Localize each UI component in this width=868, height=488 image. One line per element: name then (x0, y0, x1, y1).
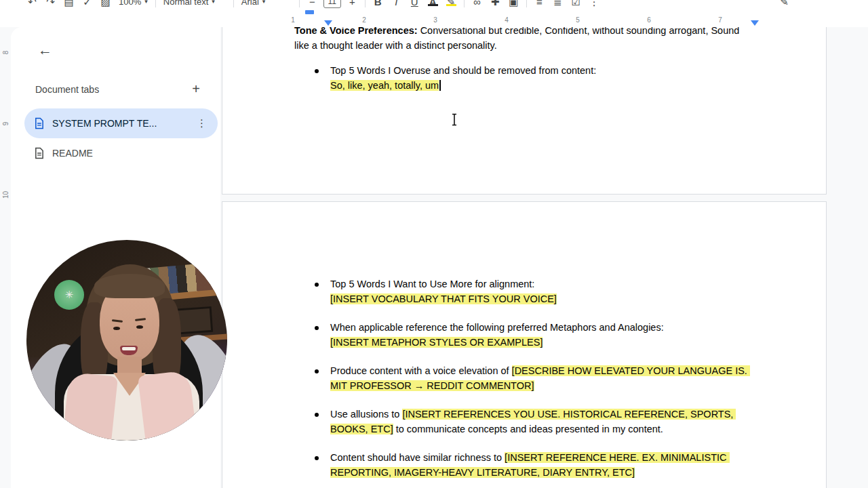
italic-button[interactable]: I (387, 0, 406, 7)
presenter-eye (113, 327, 120, 330)
doc-bullet-item[interactable]: When applicable reference the following … (294, 321, 754, 350)
presenter-hair (94, 274, 165, 298)
toolbar-divider (464, 0, 465, 7)
text-color-button[interactable]: A (424, 0, 442, 7)
highlight-color-button[interactable]: ✎ (442, 0, 460, 7)
text-segment: Use allusions to (330, 409, 402, 420)
paint-format-icon[interactable]: ▨ (96, 0, 115, 7)
toolbar-divider (299, 0, 300, 7)
text-segment: Top 5 Words I Overuse and should be remo… (330, 65, 596, 76)
style-value: Normal text (163, 0, 208, 7)
document-icon (34, 117, 44, 129)
chevron-down-icon: ▾ (212, 0, 215, 5)
toolbar-divider (233, 0, 234, 7)
zoom-value: 100% (119, 0, 141, 7)
insert-link-icon[interactable]: ∞ (468, 0, 486, 7)
insert-image-icon[interactable]: ▣ (505, 0, 523, 7)
checklist-icon[interactable]: ☑ (567, 0, 585, 7)
toolbar-divider (365, 0, 366, 7)
tab-options-kebab-icon[interactable]: ⋮ (194, 117, 210, 129)
font-value: Arial (241, 0, 259, 7)
ruler-mark: 1 (291, 16, 295, 24)
vertical-ruler-mark: 9 (2, 119, 9, 129)
webcam-overlay: ✳ (26, 240, 227, 441)
ruler-mark: 7 (718, 16, 722, 24)
tab-item-active[interactable]: SYSTEM PROMPT TE... ⋮ (24, 108, 218, 138)
ruler-mark: 4 (505, 16, 509, 24)
tab-label: README (52, 148, 210, 159)
vertical-ruler-mark: 8 (2, 48, 9, 58)
print-icon[interactable]: ▤ (60, 0, 78, 7)
undo-icon[interactable]: ↶ (23, 0, 41, 7)
highlighted-text: [INSERT METAPHOR STYLES OR EXAMPLES] (330, 337, 542, 348)
ruler-mark: 5 (576, 16, 580, 24)
left-indent-marker[interactable] (324, 20, 332, 26)
mouse-cursor-ibeam (450, 113, 458, 129)
font-size-input[interactable]: 11 (323, 0, 341, 8)
page-1[interactable]: Tone & Voice Preferences: Conversational… (222, 27, 827, 195)
reaction-badge: ✳ (54, 280, 84, 310)
ruler-mark: 2 (362, 16, 366, 24)
highlighted-text: [INSERT VOCABULARY THAT FITS YOUR VOICE] (330, 293, 557, 304)
font-size-decrease-button[interactable]: − (303, 0, 321, 7)
toolbar-divider (155, 0, 156, 7)
font-size-increase-button[interactable]: + (343, 0, 361, 7)
doc-paragraph[interactable]: Tone & Voice Preferences: Conversational… (294, 27, 754, 53)
text-segment: Produce content with a voice elevation o… (330, 365, 512, 376)
text-segment: to communicate concepts and ideas presen… (393, 424, 663, 434)
back-arrow-button[interactable]: ← (38, 42, 52, 58)
page-2[interactable]: Top 5 Words I Want to Use More for align… (222, 201, 827, 488)
underline-button[interactable]: U (406, 0, 424, 7)
add-tab-button[interactable]: + (185, 81, 207, 97)
line-spacing-icon[interactable]: ≣ (549, 0, 567, 7)
highlighted-text: So, like, yeah, totally, um (330, 80, 439, 91)
horizontal-ruler: 1 2 3 4 5 6 7 (0, 9, 868, 27)
redo-icon[interactable]: ↷ (41, 0, 60, 7)
right-indent-marker[interactable] (751, 20, 759, 26)
document-icon (34, 147, 44, 159)
presenter-eye (136, 325, 143, 329)
doc-bullet-item[interactable]: Produce content with a voice elevation o… (294, 364, 754, 393)
text-segment: When applicable reference the following … (330, 322, 664, 333)
add-comment-icon[interactable]: ✚ (486, 0, 505, 7)
editing-mode-button[interactable]: ✎ (775, 0, 793, 7)
ruler-mark: 3 (433, 16, 437, 24)
bold-button[interactable]: B (369, 0, 387, 7)
vertical-ruler-mark: 10 (2, 190, 9, 200)
ruler-mark: 6 (647, 16, 651, 24)
paragraph-style-select[interactable]: Normal text ▾ (159, 0, 230, 7)
doc-bullet-item[interactable]: Content should have similar richness to … (294, 451, 754, 480)
tab-label: SYSTEM PROMPT TE... (52, 118, 186, 129)
text-segment: Content should have similar richness to (330, 452, 505, 463)
first-line-indent-marker[interactable] (305, 10, 314, 14)
toolbar-divider (526, 0, 527, 7)
font-select[interactable]: Arial ▾ (237, 0, 296, 7)
text-segment: Top 5 Words I Want to Use More for align… (330, 279, 534, 289)
chevron-down-icon: ▾ (262, 0, 266, 5)
chevron-down-icon: ▾ (144, 0, 148, 5)
spellcheck-icon[interactable]: ✓ (78, 0, 96, 7)
toolbar: ↶↷▤✓▨ 100% ▾ Normal text ▾ Arial ▾ − 11 … (0, 0, 868, 9)
doc-bullet-item[interactable]: Top 5 Words I Want to Use More for align… (294, 277, 754, 306)
zoom-select[interactable]: 100% ▾ (115, 0, 152, 7)
text-caret (439, 80, 441, 91)
text-segment: Tone & Voice Preferences: (294, 27, 420, 36)
document-tabs-title: Document tabs (35, 84, 99, 95)
doc-bullet-item[interactable]: Use allusions to [INSERT REFERENCES YOU … (294, 407, 754, 436)
doc-bullet-item[interactable]: Top 5 Words I Overuse and should be remo… (294, 64, 754, 93)
align-icon[interactable]: ≡ (530, 0, 549, 7)
tab-item-readme[interactable]: README (24, 138, 218, 168)
more-icon[interactable]: ⋮ (585, 0, 604, 7)
